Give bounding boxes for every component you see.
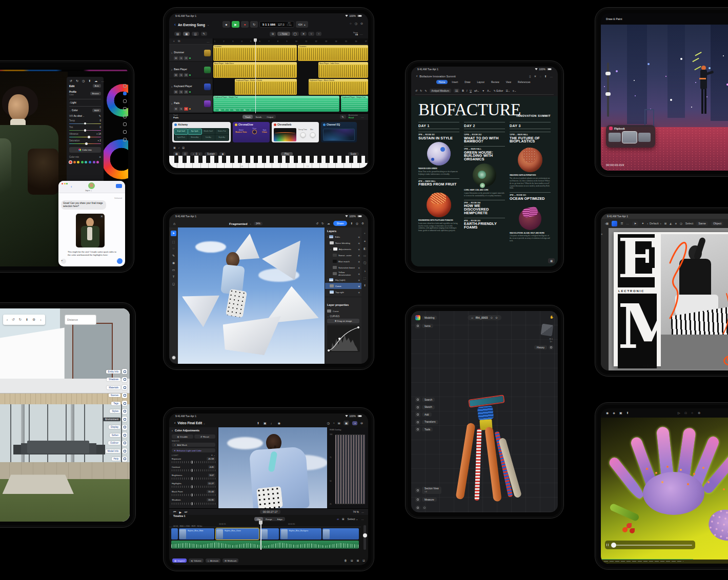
aperture-icon[interactable]: ◉ bbox=[606, 411, 609, 415]
more-icon[interactable]: … bbox=[361, 152, 364, 155]
panel-button-icon[interactable] bbox=[122, 457, 127, 462]
poster-page[interactable]: E LECTRONIC M USIC bbox=[614, 232, 728, 366]
panel-button-icon[interactable] bbox=[122, 417, 127, 422]
alchemy-pad[interactable]: Modern Pad bbox=[215, 129, 229, 135]
panel-back-icon[interactable]: ‹ bbox=[172, 429, 173, 432]
back-icon[interactable]: ‹ bbox=[416, 74, 417, 78]
share-button[interactable]: Share bbox=[333, 221, 348, 226]
auto-button[interactable]: Auto bbox=[93, 84, 101, 88]
piano-keyboard[interactable]: C2 C3 C4 bbox=[169, 156, 368, 168]
info-icon[interactable] bbox=[123, 138, 127, 141]
robotic-hand-model[interactable] bbox=[442, 337, 539, 506]
pause-icon[interactable] bbox=[606, 544, 609, 546]
share-icon[interactable]: ⬆ bbox=[88, 79, 91, 82]
layer-row[interactable]: Sweat...oster◉ bbox=[325, 252, 361, 258]
piano-black-keys[interactable] bbox=[174, 156, 368, 163]
browser-icon[interactable]: ▤ bbox=[174, 32, 181, 36]
help-icon[interactable]: ◎ bbox=[356, 222, 358, 225]
share-icon[interactable]: ⬆ bbox=[544, 75, 547, 78]
lock-icon[interactable]: ◉ bbox=[219, 152, 226, 156]
ribbon-tab[interactable]: Home bbox=[436, 80, 448, 84]
song-title[interactable]: An Evening Song bbox=[178, 23, 205, 27]
color-mix-dots[interactable] bbox=[69, 161, 101, 163]
track-row[interactable]: 3 Keyboard PlayerMSR bbox=[169, 78, 213, 95]
split-icon[interactable]: ⑂ bbox=[308, 32, 314, 36]
node-tool-icon[interactable]: ✦ bbox=[641, 222, 644, 225]
erase-icon[interactable]: ✕ bbox=[300, 32, 307, 36]
eraser-tool-icon[interactable]: ▭ bbox=[172, 268, 175, 272]
back-icon[interactable]: ‹ bbox=[174, 421, 175, 425]
alchemy-pad[interactable]: Bright Swell bbox=[175, 129, 188, 135]
search-icon[interactable]: ◌ bbox=[539, 75, 541, 78]
info-icon[interactable]: ⓘ bbox=[363, 261, 367, 265]
tool-row[interactable]: Search bbox=[415, 397, 438, 402]
velocity-icon[interactable]: ◔ bbox=[316, 32, 321, 36]
redo-icon[interactable]: ↻ bbox=[19, 318, 22, 322]
adjustment-slider[interactable]: Brightness9.07 bbox=[172, 473, 215, 480]
region-keys-broken[interactable]: Keyboard Player - Broken Chords bbox=[235, 79, 297, 95]
font-color-button[interactable]: A⌄ bbox=[487, 89, 491, 92]
visibility-icon[interactable]: ◉ bbox=[358, 266, 360, 269]
layer-row[interactable]: Top right◉ bbox=[325, 289, 361, 295]
cloud-icon[interactable]: ☁ bbox=[327, 222, 330, 225]
crop-panel-icon[interactable]: ⬚ bbox=[363, 277, 366, 280]
tool-row[interactable]: Sketch bbox=[415, 405, 438, 410]
delete-icon[interactable]: × bbox=[601, 233, 603, 236]
alchemy-pad[interactable]: Metallic Swell bbox=[202, 129, 215, 135]
tint-slider[interactable] bbox=[69, 130, 101, 131]
lcd-display[interactable]: 5 1 1 086 127,0 4/4C maj bbox=[259, 21, 294, 28]
midi-icon[interactable]: ♪ bbox=[178, 146, 180, 149]
animate-button[interactable]: ◇ Animate bbox=[206, 558, 221, 563]
panel-button-icon[interactable] bbox=[122, 401, 127, 406]
keyboard-view-icon[interactable]: ▦ bbox=[173, 152, 180, 156]
history-clock-icon[interactable] bbox=[549, 345, 554, 350]
font-name-select[interactable]: Antipol Medium bbox=[430, 89, 451, 93]
move-tool-icon[interactable]: ➤ bbox=[171, 231, 176, 236]
ribbon-tab[interactable]: Insert bbox=[449, 80, 460, 84]
add-layer-icon[interactable]: ＋ bbox=[363, 232, 367, 236]
slider-track[interactable] bbox=[172, 469, 215, 471]
render-viewport[interactable] bbox=[601, 418, 728, 564]
multicam-button[interactable]: ⊞ Multicam bbox=[223, 558, 238, 563]
playhead[interactable] bbox=[255, 38, 256, 113]
adjustment-slider[interactable]: Highlights11.27 bbox=[172, 482, 215, 488]
settings-icon[interactable]: ○ bbox=[350, 22, 352, 25]
keyboard-dismiss-icon[interactable]: ▦ bbox=[548, 258, 555, 263]
chromaglow-drive[interactable]: Drive bbox=[252, 128, 257, 135]
visibility-icon[interactable]: ◉ bbox=[358, 291, 360, 294]
arrange-area[interactable]: 1234567891011121314151617 Drummer Drumme… bbox=[213, 38, 368, 113]
poster-letter-e[interactable]: E bbox=[618, 234, 655, 287]
panel-button-row[interactable]: Soften bbox=[103, 432, 127, 438]
color-mix-button[interactable]: Color mix bbox=[69, 147, 101, 152]
layers-icon[interactable] bbox=[415, 323, 420, 328]
light-section-icons[interactable]: ✦ ⌄ bbox=[211, 454, 215, 457]
redo-icon[interactable]: ↻ bbox=[321, 222, 324, 225]
multiview-icon[interactable]: ⊞ bbox=[338, 421, 340, 425]
tool-label[interactable]: Search bbox=[422, 398, 435, 402]
camera-add-icon[interactable]: ▣ bbox=[619, 411, 622, 415]
magenta-dot[interactable] bbox=[96, 161, 99, 163]
alchemy-pad[interactable]: Synth Pluck bbox=[175, 135, 188, 140]
curves-section-header[interactable]: ⌄ CURVES bbox=[327, 315, 359, 318]
visibility-icon[interactable]: ◉ bbox=[358, 254, 360, 257]
tool-row[interactable]: Tools bbox=[415, 427, 438, 432]
orange-dot[interactable] bbox=[73, 161, 76, 163]
editor-button[interactable]: ✎ Editor bbox=[494, 89, 503, 92]
ribbon-tab[interactable]: View bbox=[503, 80, 514, 84]
scope-title[interactable]: RGB Overlay bbox=[327, 427, 368, 431]
affinity-canvas[interactable]: E LECTRONIC M USIC bbox=[609, 228, 728, 370]
font-size-select[interactable]: 11 bbox=[454, 89, 459, 93]
automation-state[interactable]: AutomationRead bbox=[349, 115, 358, 119]
ribbon-tab[interactable]: Layout bbox=[475, 80, 487, 84]
browse-button[interactable]: Browse bbox=[90, 92, 101, 95]
vibrance-slider[interactable] bbox=[69, 137, 101, 138]
app-icon[interactable] bbox=[612, 221, 617, 226]
mic-icon[interactable]: ♩ bbox=[271, 422, 274, 425]
panel-button-row[interactable]: Outliner bbox=[103, 441, 127, 446]
shape-tool-icon[interactable]: ◻ bbox=[172, 282, 175, 285]
redo-icon[interactable]: ↻ bbox=[420, 89, 422, 92]
visibility-icon[interactable]: ◉ bbox=[358, 279, 360, 281]
tool-label[interactable]: Tools bbox=[422, 427, 433, 431]
collapse-icon[interactable]: ⊖ bbox=[495, 316, 498, 319]
views-icon[interactable] bbox=[422, 505, 427, 510]
